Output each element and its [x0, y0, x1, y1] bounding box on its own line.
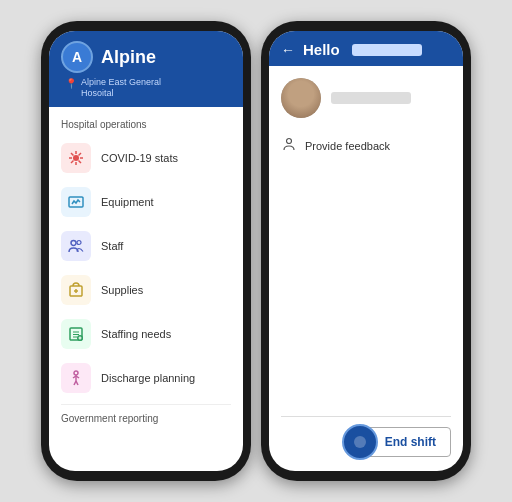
svg-point-28	[287, 139, 292, 144]
svg-line-6	[79, 160, 82, 163]
end-shift-circle	[342, 424, 378, 460]
svg-point-0	[73, 155, 79, 161]
discharge-label: Discharge planning	[101, 372, 195, 384]
user-name-blur	[331, 92, 411, 104]
left-header: A Alpine 📍 Alpine East GeneralHosoital	[49, 31, 243, 107]
svg-line-5	[71, 153, 74, 156]
staff-label: Staff	[101, 240, 123, 252]
feedback-item[interactable]: Provide feedback	[281, 130, 451, 161]
equipment-icon	[61, 187, 91, 217]
feedback-icon	[281, 136, 297, 155]
right-screen: ← Hello Provide feedback	[269, 31, 463, 471]
end-shift-wrapper: End shift	[360, 427, 451, 457]
menu-item-equipment[interactable]: Equipment	[49, 180, 243, 224]
footer-area: End shift	[281, 416, 451, 457]
left-screen: A Alpine 📍 Alpine East GeneralHosoital H…	[49, 31, 243, 471]
supplies-icon	[61, 275, 91, 305]
svg-line-27	[76, 381, 78, 385]
right-phone: ← Hello Provide feedback	[261, 21, 471, 481]
staffing-label: Staffing needs	[101, 328, 171, 340]
right-body: Provide feedback End shift	[269, 66, 463, 471]
feedback-label: Provide feedback	[305, 140, 390, 152]
header-top: A Alpine	[61, 41, 231, 73]
section-gov-reporting: Government reporting	[49, 409, 243, 430]
hospital-name: Alpine East GeneralHosoital	[81, 77, 161, 99]
staffing-icon	[61, 319, 91, 349]
svg-point-22	[74, 371, 78, 375]
section-divider	[61, 404, 231, 405]
hospital-location: 📍 Alpine East GeneralHosoital	[61, 77, 231, 99]
svg-line-8	[71, 160, 74, 163]
left-phone: A Alpine 📍 Alpine East GeneralHosoital H…	[41, 21, 251, 481]
svg-point-11	[77, 240, 81, 244]
app-title: Alpine	[101, 47, 156, 68]
svg-point-10	[71, 240, 76, 245]
right-header: ← Hello	[269, 31, 463, 66]
back-button[interactable]: ←	[281, 42, 295, 58]
user-name-redacted	[352, 44, 422, 56]
menu-item-staff[interactable]: Staff	[49, 224, 243, 268]
staff-icon	[61, 231, 91, 261]
avatar-image	[281, 78, 321, 118]
equipment-label: Equipment	[101, 196, 154, 208]
circle-inner	[354, 436, 366, 448]
menu-item-staffing[interactable]: Staffing needs	[49, 312, 243, 356]
supplies-label: Supplies	[101, 284, 143, 296]
left-body: Hospital operations COVID-19 stats Equip…	[49, 107, 243, 471]
svg-line-7	[79, 153, 82, 156]
covid-label: COVID-19 stats	[101, 152, 178, 164]
location-icon: 📍	[65, 78, 77, 89]
profile-section	[281, 78, 451, 118]
hello-title: Hello	[303, 41, 340, 58]
menu-item-discharge[interactable]: Discharge planning	[49, 356, 243, 400]
covid-icon	[61, 143, 91, 173]
discharge-icon	[61, 363, 91, 393]
menu-item-covid[interactable]: COVID-19 stats	[49, 136, 243, 180]
menu-item-supplies[interactable]: Supplies	[49, 268, 243, 312]
app-logo: A	[61, 41, 93, 73]
avatar	[281, 78, 321, 118]
section-hospital-ops: Hospital operations	[49, 115, 243, 136]
